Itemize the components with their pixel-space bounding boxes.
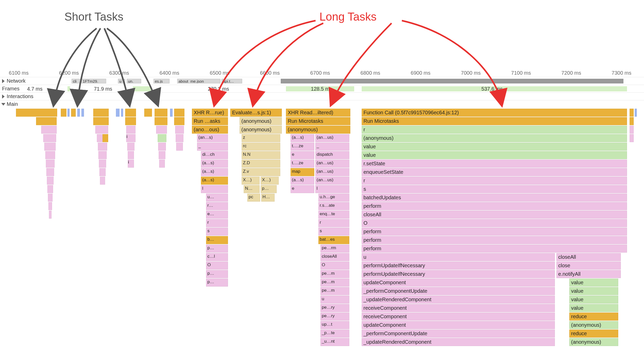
flame-bar[interactable]: pe…ry bbox=[320, 313, 349, 321]
flame-bar[interactable]: performUpdateIfNecessary bbox=[362, 262, 555, 270]
flame-bar[interactable]: updateComponent bbox=[362, 321, 555, 329]
flame-bar[interactable]: up…t bbox=[320, 321, 349, 329]
flame-bar[interactable]: (anonymous) bbox=[240, 126, 282, 134]
flame-bar[interactable]: _ bbox=[315, 143, 349, 151]
flame-bar[interactable]: N… bbox=[244, 185, 260, 193]
flame-bar[interactable]: p… bbox=[206, 245, 228, 253]
flame-bar[interactable]: _p…te bbox=[320, 330, 349, 338]
main-label[interactable]: Main bbox=[2, 101, 18, 107]
flame-bar[interactable]: t.…ze bbox=[291, 160, 314, 168]
flame-bar[interactable]: p… bbox=[261, 185, 277, 193]
flame-bar[interactable]: X…) bbox=[242, 177, 260, 185]
flame-bar[interactable]: close bbox=[556, 262, 621, 270]
flame-bar[interactable]: p… bbox=[206, 270, 228, 278]
flame-bar[interactable]: s bbox=[318, 228, 349, 236]
time-ruler[interactable]: 6100 ms 6200 ms 6300 ms 6400 ms 6500 ms … bbox=[0, 70, 644, 77]
flame-bar[interactable]: Evaluate…s.js:1) bbox=[230, 109, 282, 117]
flame-bar[interactable]: closeAll bbox=[320, 253, 349, 261]
flame-bar[interactable]: (anonymous) bbox=[240, 117, 282, 125]
flame-bar[interactable]: t.…ze bbox=[291, 143, 314, 151]
flame-bar[interactable]: p… bbox=[206, 279, 228, 287]
flame-bar[interactable]: _performComponentUpdate bbox=[362, 287, 555, 295]
flame-bar[interactable]: enq…te bbox=[318, 211, 349, 219]
network-request[interactable]: 1FTm29. bbox=[81, 79, 106, 83]
flame-bar[interactable]: e bbox=[291, 151, 314, 159]
flame-bar[interactable]: Run Microtasks bbox=[362, 117, 627, 125]
flame-bar[interactable]: r bbox=[318, 219, 349, 227]
flame-bar[interactable]: (anonymous) bbox=[569, 338, 618, 346]
flame-bar[interactable]: pe…m bbox=[320, 270, 349, 278]
flame-bar[interactable]: closeAll bbox=[362, 211, 627, 219]
flame-bar[interactable]: _ bbox=[197, 143, 228, 151]
flame-bar[interactable]: c…l bbox=[206, 253, 228, 261]
flame-bar[interactable]: receiveComponent bbox=[362, 304, 555, 312]
flame-bar[interactable]: XHR Read…iltered) bbox=[286, 109, 350, 117]
flame-bar[interactable]: r bbox=[362, 126, 627, 134]
flame-bar[interactable]: Run …asks bbox=[192, 117, 228, 125]
flame-bar[interactable]: r… bbox=[206, 202, 228, 210]
frame[interactable] bbox=[133, 86, 151, 91]
flame-bar[interactable]: pe…m bbox=[320, 279, 349, 287]
flame-bar[interactable]: (a…s) bbox=[201, 160, 228, 168]
flame-bar[interactable]: perform bbox=[362, 202, 627, 210]
flame-bar[interactable]: Z.v bbox=[242, 168, 280, 176]
flame-bar[interactable]: (a…s) bbox=[201, 168, 228, 176]
flame-bar[interactable]: O bbox=[362, 219, 627, 227]
flame-bar[interactable]: (an…s) bbox=[197, 134, 228, 142]
flame-bar[interactable]: performUpdateIfNecessary bbox=[362, 270, 555, 278]
flame-bar[interactable]: u.h…ge bbox=[318, 194, 349, 202]
network-request[interactable]: u bbox=[118, 79, 125, 83]
flame-bar[interactable]: (anonymous) bbox=[569, 321, 618, 329]
flame-bar[interactable]: X…) bbox=[261, 177, 279, 185]
flame-bar[interactable]: l bbox=[201, 185, 228, 193]
flame-bar[interactable]: b… bbox=[206, 236, 228, 244]
flame-bar[interactable]: (a…s) bbox=[201, 177, 228, 185]
flame-bar[interactable]: r bbox=[206, 219, 228, 227]
flame-bar[interactable]: perform bbox=[362, 245, 627, 253]
flame-bar[interactable]: Z.D bbox=[242, 160, 280, 168]
flame-bar[interactable]: (an…us) bbox=[315, 177, 349, 185]
interactions-label[interactable]: Interactions bbox=[2, 93, 33, 99]
network-label[interactable]: Network bbox=[2, 78, 26, 84]
flame-bar[interactable]: updateComponent bbox=[362, 279, 555, 287]
network-request[interactable]: es.js bbox=[154, 79, 170, 83]
flame-bar[interactable]: r.setState bbox=[362, 160, 627, 168]
flame-bar[interactable]: closeAll bbox=[556, 253, 621, 261]
flame-bar[interactable]: bat…es bbox=[318, 236, 349, 244]
flame-bar[interactable]: receiveComponent bbox=[362, 313, 555, 321]
flame-bar[interactable]: O bbox=[206, 262, 228, 270]
flame-bar[interactable]: (anonymous) bbox=[362, 134, 627, 142]
flame-bar[interactable]: Function Call (0.5f7c99157096ec64.js:12) bbox=[362, 109, 627, 117]
frames-track[interactable]: Frames 4.7 ms 71.9 ms 270.2 ms 128.5 ms … bbox=[0, 85, 644, 93]
flame-bar[interactable]: pe…m bbox=[320, 287, 349, 295]
flame-bar[interactable]: (an…us) bbox=[315, 168, 349, 176]
flame-bar[interactable]: value bbox=[569, 304, 618, 312]
flame-bar[interactable]: (a…s) bbox=[291, 134, 314, 142]
flame-bar[interactable]: value bbox=[569, 296, 618, 304]
flame-bar[interactable]: map bbox=[291, 168, 314, 176]
flame-bar[interactable]: dispatch bbox=[315, 151, 349, 159]
flame-bar[interactable]: e… bbox=[206, 211, 228, 219]
flame-bar[interactable]: u… bbox=[206, 194, 228, 202]
flame-bar[interactable]: u bbox=[320, 296, 349, 304]
flame-bar[interactable]: _u…nt bbox=[320, 338, 349, 346]
main-flame-chart[interactable]: i i XHR R…rue) Run …asks (ano…ous) (an…s… bbox=[0, 109, 644, 340]
network-request[interactable] bbox=[281, 79, 623, 83]
network-track[interactable]: Network cli 1FTm29. u un. es.js about_me… bbox=[0, 77, 644, 85]
network-request[interactable]: un. bbox=[127, 79, 141, 83]
flame-bar[interactable]: l bbox=[315, 185, 349, 193]
flame-bar[interactable]: pc bbox=[247, 194, 260, 202]
flame-bar[interactable]: r.s…ate bbox=[318, 202, 349, 210]
flame-bar[interactable]: rc bbox=[242, 143, 280, 151]
flame-bar[interactable]: (an…us) bbox=[315, 134, 349, 142]
flame-bar[interactable]: di…ch bbox=[201, 151, 228, 159]
flame-bar[interactable]: (an…us) bbox=[315, 160, 349, 168]
flame-bar[interactable]: Run Microtasks bbox=[286, 117, 350, 125]
flame-bar[interactable]: z bbox=[242, 134, 280, 142]
frame[interactable] bbox=[67, 86, 70, 91]
flame-bar[interactable]: r bbox=[362, 177, 627, 185]
flame-bar[interactable]: (ano…ous) bbox=[192, 126, 228, 134]
flame-bar[interactable]: e bbox=[291, 185, 314, 193]
flame-bar[interactable]: u bbox=[362, 253, 555, 261]
flame-bar[interactable]: _performComponentUpdate bbox=[362, 330, 555, 338]
